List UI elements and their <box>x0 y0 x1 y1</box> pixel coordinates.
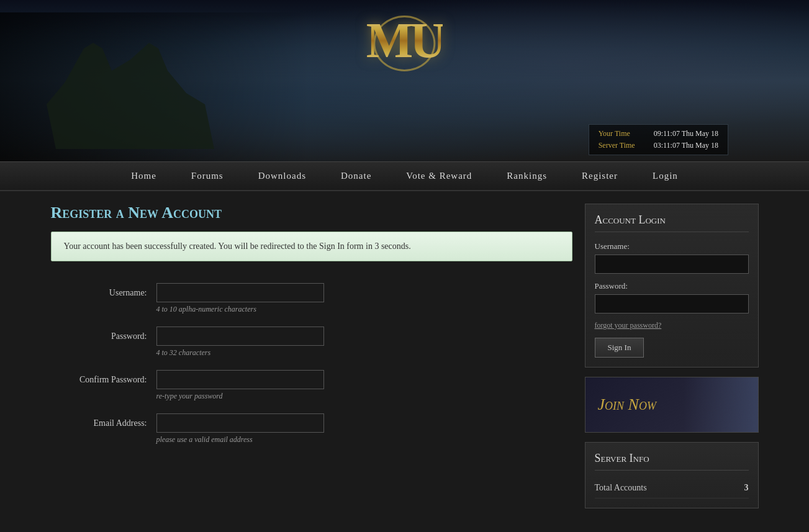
server-info-box: Server Info Total Accounts 3 <box>585 442 759 508</box>
ship-decoration <box>0 12 310 161</box>
username-row: Username: 4 to 10 aplha-numeric characte… <box>51 283 572 314</box>
password-label: Password: <box>51 327 156 341</box>
sidebar: Account Login Username: Password: forgot… <box>585 204 759 508</box>
your-time-row: Your Time 09:11:07 Thu May 18 <box>599 128 718 140</box>
game-logo: MU <box>366 12 443 69</box>
join-banner[interactable]: Join Now <box>585 377 759 433</box>
total-accounts-value: 3 <box>744 483 749 493</box>
sidebar-password-input[interactable] <box>595 294 749 313</box>
success-message: Your account has been successfully creat… <box>51 232 572 261</box>
main-container: Register a New Account Your account has … <box>45 191 765 521</box>
nav-register[interactable]: Register <box>564 162 635 190</box>
email-label: Email Address: <box>51 413 156 428</box>
email-input[interactable] <box>156 413 324 433</box>
server-time-row: Server Time 03:11:07 Thu May 18 <box>599 140 718 151</box>
server-info-title: Server Info <box>595 452 749 471</box>
server-time-value: 03:11:07 Thu May 18 <box>654 141 718 150</box>
login-box-title: Account Login <box>595 214 749 232</box>
username-field-group: 4 to 10 aplha-numeric characters <box>156 283 572 314</box>
your-time-label: Your Time <box>599 129 630 138</box>
password-hint: 4 to 32 characters <box>156 348 572 358</box>
join-now-text: Join Now <box>598 395 656 414</box>
join-figure-decoration <box>684 377 758 433</box>
email-row: Email Address: please use a valid email … <box>51 413 572 444</box>
time-display: Your Time 09:11:07 Thu May 18 Server Tim… <box>589 124 728 155</box>
confirm-password-row: Confirm Password: re-type your password <box>51 370 572 401</box>
hero-header: MU Your Time 09:11:07 Thu May 18 Server … <box>0 0 809 161</box>
confirm-password-input[interactable] <box>156 370 324 389</box>
password-field-group: 4 to 32 characters <box>156 327 572 358</box>
username-label: Username: <box>51 283 156 298</box>
nav-login[interactable]: Login <box>635 162 695 190</box>
sidebar-username-label: Username: <box>595 241 749 251</box>
password-input[interactable] <box>156 327 324 346</box>
your-time-value: 09:11:07 Thu May 18 <box>654 129 718 138</box>
main-nav: Home Forums Downloads Donate Vote & Rewa… <box>0 161 809 191</box>
nav-downloads[interactable]: Downloads <box>241 162 323 190</box>
email-field-group: please use a valid email address <box>156 413 572 444</box>
email-hint: please use a valid email address <box>156 435 572 444</box>
nav-forums[interactable]: Forums <box>174 162 241 190</box>
sign-in-button[interactable]: Sign In <box>595 338 644 358</box>
forgot-password-link[interactable]: forgot your password? <box>595 321 749 330</box>
confirm-password-hint: re-type your password <box>156 392 572 401</box>
content-area: Register a New Account Your account has … <box>51 204 572 508</box>
page-title: Register a New Account <box>51 204 572 222</box>
total-accounts-row: Total Accounts 3 <box>595 478 749 498</box>
sidebar-password-label: Password: <box>595 281 749 291</box>
sidebar-username-input[interactable] <box>595 255 749 274</box>
username-hint: 4 to 10 aplha-numeric characters <box>156 305 572 314</box>
register-form: Username: 4 to 10 aplha-numeric characte… <box>51 277 572 463</box>
confirm-password-field-group: re-type your password <box>156 370 572 401</box>
nav-home[interactable]: Home <box>114 162 174 190</box>
nav-rankings[interactable]: Rankings <box>489 162 564 190</box>
password-row: Password: 4 to 32 characters <box>51 327 572 358</box>
confirm-password-label: Confirm Password: <box>51 370 156 385</box>
logo-container: MU <box>366 12 443 69</box>
login-box: Account Login Username: Password: forgot… <box>585 204 759 367</box>
total-accounts-label: Total Accounts <box>595 483 647 493</box>
nav-vote-reward[interactable]: Vote & Reward <box>389 162 489 190</box>
nav-donate[interactable]: Donate <box>323 162 389 190</box>
server-time-label: Server Time <box>599 141 635 150</box>
username-input[interactable] <box>156 283 324 302</box>
